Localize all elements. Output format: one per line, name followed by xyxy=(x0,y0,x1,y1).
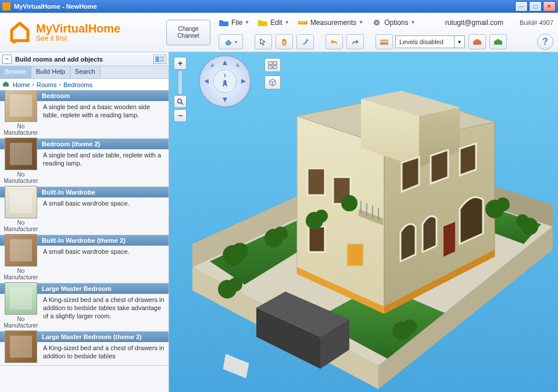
svg-rect-19 xyxy=(347,244,363,266)
svg-point-27 xyxy=(274,226,288,240)
sidebar: − Build rooms and add objects Browse Bui… xyxy=(0,52,169,392)
file-icon xyxy=(219,19,229,27)
close-button[interactable]: ✕ xyxy=(543,1,556,12)
toolbar-region: MyVirtualHome See it first Change Channe… xyxy=(0,13,558,52)
zoom-out-button[interactable]: − xyxy=(174,109,187,122)
change-channel-button[interactable]: Change Channel xyxy=(166,20,210,45)
svg-rect-45 xyxy=(269,66,272,69)
svg-rect-16 xyxy=(307,168,325,195)
svg-rect-9 xyxy=(380,42,388,45)
list-item[interactable]: Bedroom No Manufacturer A single bed and… xyxy=(0,91,169,139)
build-number: Build# 4907 xyxy=(520,19,553,26)
brush-tool[interactable] xyxy=(296,34,314,49)
help-button[interactable]: ? xyxy=(537,34,553,50)
tab-search[interactable]: Search xyxy=(70,66,101,78)
undo-button[interactable] xyxy=(326,34,343,49)
chevron-down-icon[interactable]: ▼ xyxy=(454,36,464,48)
list-item[interactable]: Bedroom (theme 2) No Manufacturer A sing… xyxy=(0,139,169,187)
svg-rect-1 xyxy=(298,21,307,24)
svg-rect-13 xyxy=(160,59,164,62)
svg-point-30 xyxy=(341,195,357,211)
manufacturer-label: No Manufacturer xyxy=(2,171,40,184)
file-menu[interactable]: File▼ xyxy=(219,19,249,27)
panel-layout-icon[interactable] xyxy=(153,55,166,64)
view-2d-button[interactable] xyxy=(264,58,281,72)
item-thumbnail xyxy=(5,282,37,315)
house-view-1-button[interactable] xyxy=(468,34,486,49)
logo-text-1: MyVirtualHome xyxy=(36,22,120,35)
svg-point-25 xyxy=(232,243,248,259)
app-logo: MyVirtualHome See it first xyxy=(0,16,163,49)
item-thumbnail xyxy=(5,138,37,170)
svg-point-0 xyxy=(12,40,16,44)
svg-point-39 xyxy=(178,99,182,103)
tab-build-help[interactable]: Build Help xyxy=(31,66,70,78)
breadcrumb-rooms[interactable]: Rooms xyxy=(37,81,57,88)
home-icon[interactable] xyxy=(2,81,10,88)
svg-rect-12 xyxy=(160,56,164,59)
view-3d-button[interactable] xyxy=(264,75,281,89)
svg-point-36 xyxy=(516,214,529,227)
svg-point-32 xyxy=(228,278,242,292)
manufacturer-label: No Manufacturer xyxy=(2,268,40,280)
item-thumbnail xyxy=(5,234,37,267)
maximize-button[interactable]: ▢ xyxy=(529,1,542,12)
svg-point-7 xyxy=(375,21,378,24)
sidebar-tabs: Browse Build Help Search xyxy=(0,66,169,79)
window-titlebar: MyVirtualHome - NewHome — ▢ ✕ xyxy=(0,0,558,13)
item-list[interactable]: Bedroom No Manufacturer A single bed and… xyxy=(0,91,169,392)
item-thumbnail xyxy=(5,186,37,218)
levels-select[interactable]: Levels disabled ▼ xyxy=(395,35,465,48)
eraser-tool[interactable]: ▼ xyxy=(219,34,243,49)
manufacturer-label: No Manufacturer xyxy=(2,123,40,136)
zoom-in-button[interactable]: + xyxy=(174,57,187,70)
breadcrumb: Home › Rooms › Bedrooms xyxy=(0,79,169,91)
manufacturer-label: No Manufacturer xyxy=(2,316,40,329)
list-item[interactable]: Large Master Bedroom No Manufacturer A K… xyxy=(0,283,169,332)
svg-point-29 xyxy=(315,210,328,222)
zoom-slider[interactable] xyxy=(178,71,182,94)
logo-text-2: See it first xyxy=(36,35,120,42)
item-thumbnail xyxy=(5,91,37,122)
window-title: MyVirtualHome - NewHome xyxy=(14,3,97,10)
3d-viewport[interactable]: + − xyxy=(169,52,558,392)
view-toggles xyxy=(264,58,281,89)
minimize-button[interactable]: — xyxy=(515,1,528,12)
zoom-controls: + − xyxy=(174,57,187,122)
options-menu[interactable]: Options▼ xyxy=(371,19,415,27)
redo-button[interactable] xyxy=(346,34,364,49)
collapse-button[interactable]: − xyxy=(2,55,12,64)
list-item[interactable]: Built-In Wardrobe (theme 2) No Manufactu… xyxy=(0,235,169,283)
svg-point-38 xyxy=(403,319,417,333)
item-thumbnail xyxy=(5,330,37,363)
levels-icon-button[interactable] xyxy=(375,34,393,49)
hand-tool[interactable] xyxy=(276,34,293,49)
svg-rect-18 xyxy=(309,226,325,252)
svg-rect-46 xyxy=(273,66,277,69)
svg-rect-10 xyxy=(380,39,388,42)
gear-icon xyxy=(371,19,382,27)
sidebar-panel-header: − Build rooms and add objects xyxy=(0,52,169,66)
house-view-2-button[interactable] xyxy=(489,34,507,49)
navigation-disc[interactable] xyxy=(198,55,252,108)
svg-rect-43 xyxy=(269,62,272,64)
breadcrumb-home[interactable]: Home xyxy=(13,81,30,88)
svg-rect-44 xyxy=(273,62,277,64)
measurements-menu[interactable]: Measurements▼ xyxy=(298,19,363,27)
edit-menu[interactable]: Edit▼ xyxy=(257,19,289,27)
pointer-tool[interactable] xyxy=(255,34,272,49)
edit-icon xyxy=(257,19,268,27)
house-icon xyxy=(8,21,31,44)
manufacturer-label: No Manufacturer xyxy=(2,220,40,232)
tab-browse[interactable]: Browse xyxy=(0,66,31,78)
zoom-reset-button[interactable] xyxy=(174,95,187,108)
svg-rect-11 xyxy=(155,56,159,62)
app-icon xyxy=(2,2,10,10)
list-item[interactable]: Large Master Bedroom (theme 2) A King-si… xyxy=(0,332,169,366)
user-email: rutugit@gmail.com xyxy=(445,19,503,27)
breadcrumb-bedrooms[interactable]: Bedrooms xyxy=(63,81,92,88)
ruler-icon xyxy=(298,19,308,27)
svg-point-34 xyxy=(496,197,510,211)
svg-line-40 xyxy=(181,103,183,105)
list-item[interactable]: Built-In Wardrobe No Manufacturer A smal… xyxy=(0,187,169,235)
